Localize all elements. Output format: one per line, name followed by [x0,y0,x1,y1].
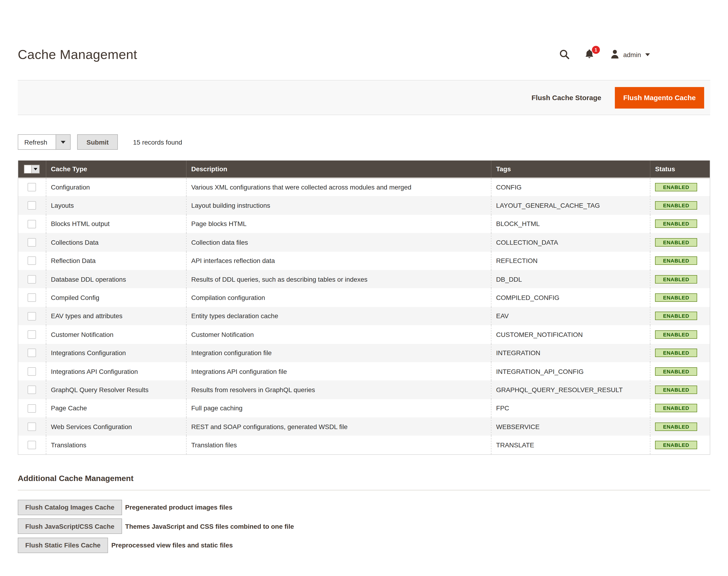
row-tags: CUSTOMER_NOTIFICATION [491,325,650,344]
row-checkbox[interactable] [28,183,36,192]
mass-action-selected: Refresh [18,135,56,149]
flush-action-description: Themes JavaScript and CSS files combined… [125,523,294,530]
row-checkbox[interactable] [28,349,36,357]
row-cache-type: Compiled Config [46,288,186,307]
row-status-cell: ENABLED [650,362,710,381]
notifications-button[interactable]: 1 [585,49,594,61]
flush-action-row: Flush Static Files Cache Preprocessed vi… [18,538,710,553]
row-checkbox-cell [18,270,46,288]
flush-action-button[interactable]: Flush Catalog Images Cache [18,500,122,515]
row-tags: LAYOUT_GENERAL_CACHE_TAG [491,196,650,215]
row-status-cell: ENABLED [650,436,710,454]
row-checkbox-cell [18,436,46,454]
column-header-tags: Tags [491,161,650,178]
row-cache-type: Web Services Configuration [46,417,186,436]
row-description: Entity types declaration cache [186,307,491,325]
row-status-cell: ENABLED [650,381,710,399]
status-badge: ENABLED [655,385,697,394]
status-badge: ENABLED [655,275,697,283]
row-checkbox[interactable] [28,441,36,450]
admin-username: admin [623,51,641,58]
row-checkbox-cell [18,196,46,215]
additional-heading: Additional Cache Management [18,474,710,483]
row-checkbox-cell [18,288,46,307]
row-checkbox[interactable] [28,367,36,376]
row-checkbox-cell [18,325,46,344]
grid-header-row: Cache Type Description Tags Status [18,161,710,178]
admin-menu[interactable]: admin [611,49,650,60]
row-cache-type: EAV types and attributes [46,307,186,325]
row-checkbox-cell [18,362,46,381]
row-checkbox[interactable] [28,385,36,394]
flush-action-button[interactable]: Flush Static Files Cache [18,538,108,553]
row-checkbox[interactable] [28,312,36,320]
status-badge: ENABLED [655,404,697,412]
row-checkbox-cell [18,381,46,399]
row-status-cell: ENABLED [650,270,710,288]
row-checkbox[interactable] [28,220,36,228]
row-cache-type: Reflection Data [46,252,186,270]
row-tags: FPC [491,399,650,417]
row-status-cell: ENABLED [650,233,710,252]
search-button[interactable] [559,49,570,61]
mass-action-select[interactable]: Refresh [18,134,70,150]
flush-action-description: Pregenerated product images files [125,504,232,511]
row-tags: INTEGRATION [491,344,650,362]
row-status-cell: ENABLED [650,325,710,344]
status-badge: ENABLED [655,293,697,302]
row-cache-type: Integrations Configuration [46,344,186,362]
search-icon [559,49,570,61]
row-checkbox[interactable] [28,423,36,431]
row-checkbox-cell [18,399,46,417]
select-all-dropdown[interactable] [24,165,40,173]
row-tags: DB_DDL [491,270,650,288]
row-tags: GRAPHQL_QUERY_RESOLVER_RESULT [491,381,650,399]
table-row: Compiled Config Compilation configuratio… [18,288,710,307]
row-status-cell: ENABLED [650,288,710,307]
submit-button[interactable]: Submit [77,134,118,150]
row-cache-type: Layouts [46,196,186,215]
row-status-cell: ENABLED [650,196,710,215]
notification-count-badge: 1 [592,46,600,54]
row-status-cell: ENABLED [650,417,710,436]
flush-cache-storage-button[interactable]: Flush Cache Storage [532,93,601,102]
table-row: Page Cache Full page caching FPC ENABLED [18,399,710,417]
row-description: REST and SOAP configurations, generated … [186,417,491,436]
row-cache-type: Database DDL operations [46,270,186,288]
row-checkbox[interactable] [28,275,36,284]
row-checkbox[interactable] [28,201,36,210]
row-status-cell: ENABLED [650,344,710,362]
select-all-header-cell [18,161,46,178]
row-checkbox[interactable] [28,404,36,412]
table-row: Integrations Configuration Integration c… [18,344,710,362]
status-badge: ENABLED [655,423,697,431]
flush-action-button[interactable]: Flush JavaScript/CSS Cache [18,519,122,534]
table-row: Web Services Configuration REST and SOAP… [18,417,710,436]
header-actions: 1 admin [559,49,650,61]
row-checkbox-cell [18,252,46,270]
row-checkbox[interactable] [28,257,36,265]
row-checkbox-cell [18,417,46,436]
select-arrow-icon [56,135,70,149]
status-badge: ENABLED [655,367,697,375]
row-description: Compilation configuration [186,288,491,307]
row-cache-type: Configuration [46,178,186,196]
row-description: Page blocks HTML [186,215,491,233]
row-checkbox[interactable] [28,238,36,247]
viewport: Cache Management 1 [0,0,728,576]
flush-magento-cache-button[interactable]: Flush Magento Cache [615,87,704,108]
chevron-down-icon [645,53,650,56]
row-description: Collection data files [186,233,491,252]
row-checkbox[interactable] [28,330,36,339]
row-description: Translation files [186,436,491,454]
row-checkbox-cell [18,215,46,233]
table-row: Reflection Data API interfaces reflectio… [18,252,710,270]
select-all-checkbox[interactable] [25,165,32,173]
row-tags: REFLECTION [491,252,650,270]
table-row: Integrations API Configuration Integrati… [18,362,710,381]
status-badge: ENABLED [655,183,697,191]
column-header-description: Description [186,161,491,178]
row-checkbox[interactable] [28,293,36,302]
table-row: Collections Data Collection data files C… [18,233,710,252]
table-row: Layouts Layout building instructions LAY… [18,196,710,215]
